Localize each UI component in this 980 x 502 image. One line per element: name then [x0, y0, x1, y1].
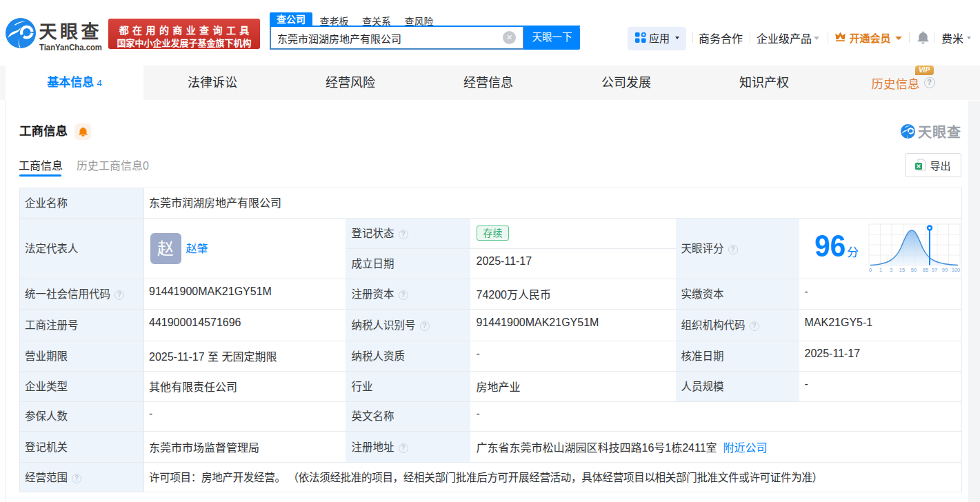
svg-text:0: 0	[869, 267, 872, 273]
svg-text:50: 50	[911, 267, 917, 273]
svg-text:100: 100	[952, 267, 961, 273]
svg-text:15: 15	[899, 267, 905, 273]
svg-text:97: 97	[932, 267, 937, 273]
svg-text:85: 85	[923, 267, 928, 273]
svg-text:3: 3	[890, 267, 892, 273]
svg-text:99: 99	[942, 267, 948, 273]
svg-text:1: 1	[879, 267, 882, 273]
